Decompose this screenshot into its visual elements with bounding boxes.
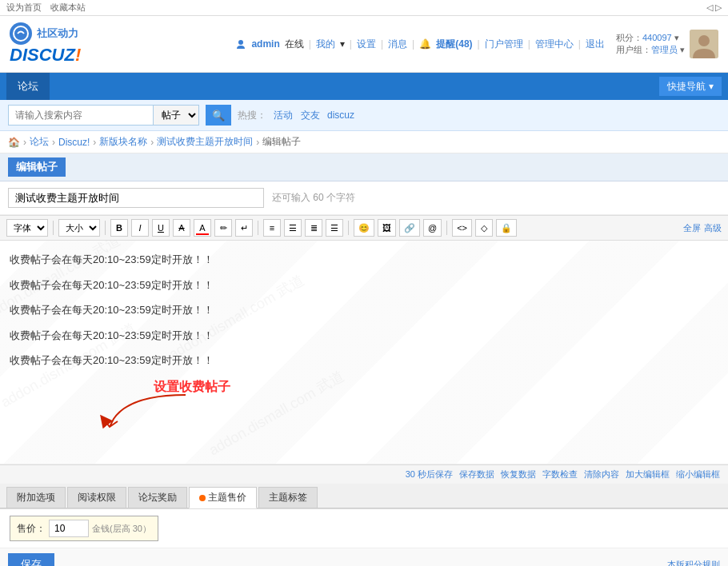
breadcrumb-forum[interactable]: 论坛 bbox=[30, 135, 49, 149]
save-data-link[interactable]: 保存数据 bbox=[459, 468, 494, 480]
breadcrumb-discuz[interactable]: Discuz! bbox=[58, 137, 90, 148]
chevron-down-icon: ▾ bbox=[709, 81, 714, 92]
quote-arrow-button[interactable]: ↵ bbox=[235, 219, 253, 237]
usergroup-link[interactable]: 管理员 bbox=[651, 45, 678, 54]
logout-link[interactable]: 退出 bbox=[586, 38, 605, 51]
save-button[interactable]: 保存 bbox=[8, 553, 54, 566]
content-line-2: 收费帖子会在每天20:10~23:59定时开放！！ bbox=[10, 301, 718, 319]
bold-button[interactable]: B bbox=[110, 219, 128, 237]
score-link[interactable]: 440097 bbox=[642, 33, 672, 42]
image-button[interactable]: 🖼 bbox=[378, 219, 396, 237]
bookmark-link[interactable]: 收藏本站 bbox=[50, 2, 86, 12]
tab-bar: 附加选项阅读权限论坛奖励主题售价主题标签 bbox=[0, 484, 728, 508]
breadcrumb: 🏠 › 论坛 › Discuz! › 新版块名称 › 测试收费主题开放时间 › … bbox=[0, 131, 728, 153]
user-status: 在线 bbox=[285, 38, 304, 51]
page-title: 编辑帖子 bbox=[8, 157, 66, 177]
header-user-area: admin 在线 | 我的 ▾ | 设置 | 消息 | 🔔 提醒(48) | 门… bbox=[235, 30, 718, 58]
recover-data-link[interactable]: 恢复数据 bbox=[501, 468, 536, 480]
logo-sh-text: 社区动力 bbox=[37, 26, 78, 41]
font-select[interactable]: 字体 bbox=[6, 219, 48, 237]
strikethrough-button[interactable]: A bbox=[173, 219, 190, 237]
tab-item-4[interactable]: 主题标签 bbox=[258, 487, 318, 508]
search-bar: 帖子 🔍 热搜： 活动 交友 discuz bbox=[0, 100, 728, 131]
lock-button[interactable]: 🔒 bbox=[496, 219, 517, 237]
breadcrumb-topic[interactable]: 测试收费主题开放时间 bbox=[157, 135, 253, 149]
currency-hint: 金钱(层高 30） bbox=[92, 523, 151, 535]
price-label: 售价： bbox=[17, 522, 46, 536]
score-rule-link[interactable]: 本版积分规则 bbox=[667, 559, 720, 566]
align-right-button[interactable]: ≣ bbox=[305, 219, 322, 237]
bottom-save-bar: 30 秒后保存 保存数据 恢复数据 字数检查 清除内容 加大编辑框 缩小编辑框 bbox=[0, 464, 728, 484]
nav-tab-forum[interactable]: 论坛 bbox=[6, 73, 50, 100]
message-link[interactable]: 消息 bbox=[388, 38, 407, 51]
pay-arrow-icon bbox=[50, 391, 210, 431]
pay-hint-container: 设置收费帖子 bbox=[10, 376, 718, 439]
hot-item-0[interactable]: 活动 bbox=[274, 110, 293, 121]
content-line-0: 收费帖子会在每天20:10~23:59定时开放！！ bbox=[10, 250, 718, 269]
logo: 社区动力 DISCUZ! bbox=[10, 22, 81, 66]
fullscreen-button[interactable]: 全屏 bbox=[683, 222, 701, 234]
auto-save-link[interactable]: 30 秒后保存 bbox=[406, 468, 453, 480]
align-justify-button[interactable]: ☰ bbox=[326, 219, 343, 237]
price-input[interactable] bbox=[49, 520, 89, 537]
add-small-editor-link[interactable]: 缩小编辑框 bbox=[676, 468, 720, 480]
user-icon bbox=[235, 38, 246, 50]
tab-content: 售价： 金钱(层高 30） bbox=[0, 508, 728, 548]
my-link[interactable]: 我的 bbox=[316, 38, 335, 51]
at-button[interactable]: @ bbox=[423, 219, 442, 237]
toolbar-separator-3 bbox=[258, 221, 258, 235]
size-select[interactable]: 大小 bbox=[58, 219, 100, 237]
add-big-editor-link[interactable]: 加大编辑框 bbox=[626, 468, 670, 480]
logo-icon bbox=[10, 22, 32, 45]
link-button[interactable]: 🔗 bbox=[399, 219, 420, 237]
set-home-link[interactable]: 设为首页 bbox=[6, 2, 42, 12]
advanced-button[interactable]: 高级 bbox=[704, 222, 722, 234]
hot-item-2[interactable]: discuz bbox=[327, 110, 354, 121]
editor-area[interactable]: addon.dismall.com 武道 addon.dismall.com 武… bbox=[0, 241, 728, 464]
header: 社区动力 DISCUZ! admin 在线 | 我的 ▾ | 设置 | 消息 |… bbox=[0, 16, 728, 73]
toolbar-separator-2 bbox=[105, 221, 106, 235]
arrow-area bbox=[10, 399, 718, 439]
code-button[interactable]: <> bbox=[452, 219, 472, 237]
nav-tabs: 论坛 bbox=[6, 73, 50, 100]
svg-point-3 bbox=[698, 35, 710, 46]
page-title-bar: 编辑帖子 bbox=[0, 153, 728, 181]
tab-item-1[interactable]: 阅读权限 bbox=[67, 487, 126, 508]
search-input-wrap: 帖子 bbox=[8, 105, 199, 126]
post-title-input[interactable] bbox=[8, 188, 264, 208]
price-form-row: 售价： 金钱(层高 30） bbox=[10, 516, 718, 541]
tab-dot-icon bbox=[199, 495, 206, 501]
alert-link[interactable]: 提醒(48) bbox=[436, 38, 472, 51]
highlight-button[interactable]: ✏ bbox=[214, 219, 232, 237]
settings-link[interactable]: 设置 bbox=[357, 38, 376, 51]
search-category-select[interactable]: 帖子 bbox=[153, 106, 198, 125]
tab-label-2: 论坛奖励 bbox=[138, 491, 177, 504]
breadcrumb-section[interactable]: 新版块名称 bbox=[99, 135, 147, 149]
hot-label: 热搜： bbox=[238, 110, 266, 121]
tab-item-2[interactable]: 论坛奖励 bbox=[128, 487, 187, 508]
tab-item-0[interactable]: 附加选项 bbox=[6, 487, 66, 508]
emoji-button[interactable]: 😊 bbox=[354, 219, 374, 237]
admin-center-link[interactable]: 管理中心 bbox=[535, 38, 574, 51]
align-left-button[interactable]: ≡ bbox=[263, 219, 281, 237]
toolbar-separator bbox=[53, 221, 54, 235]
toolbar-separator-5 bbox=[446, 221, 447, 235]
hot-item-1[interactable]: 交友 bbox=[301, 110, 320, 121]
search-button[interactable]: 🔍 bbox=[206, 105, 231, 126]
font-color-button[interactable]: A bbox=[194, 219, 211, 237]
editor-toolbar: 字体 大小 B I U A A ✏ ↵ ≡ ☰ ≣ ☰ 😊 🖼 🔗 @ <> ◇… bbox=[0, 215, 728, 241]
search-input[interactable] bbox=[9, 106, 153, 124]
content-line-4: 收费帖子会在每天20:10~23:59定时开放！！ bbox=[10, 351, 718, 369]
quick-nav-button[interactable]: 快捷导航 ▾ bbox=[659, 77, 722, 96]
underline-button[interactable]: U bbox=[152, 219, 170, 237]
svg-point-1 bbox=[238, 40, 243, 45]
clear-content-link[interactable]: 清除内容 bbox=[584, 468, 619, 480]
alert-bell: 🔔 bbox=[419, 38, 431, 50]
more-button[interactable]: ◇ bbox=[475, 219, 493, 237]
admin-link[interactable]: admin bbox=[251, 38, 279, 50]
italic-button[interactable]: I bbox=[131, 219, 149, 237]
portal-link[interactable]: 门户管理 bbox=[485, 38, 523, 51]
word-check-link[interactable]: 字数检查 bbox=[542, 468, 578, 480]
tab-item-3[interactable]: 主题售价 bbox=[189, 487, 257, 508]
align-center-button[interactable]: ☰ bbox=[284, 219, 302, 237]
